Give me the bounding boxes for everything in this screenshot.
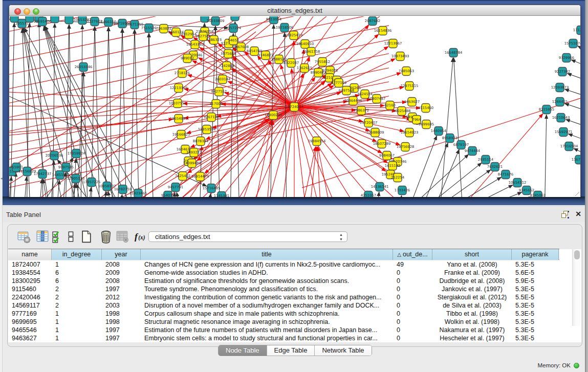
red-edge[interactable] [299, 147, 316, 197]
cell-out-de-[interactable]: 49 [393, 260, 432, 269]
network-selector-dropdown[interactable]: citations_edges.txt ▲▼ [148, 231, 347, 242]
network-view-window[interactable]: citations_edges.txt 12055712206914061065… [9, 5, 581, 197]
column-header-out-de-[interactable]: △out_de... [393, 249, 432, 260]
window-titlebar[interactable]: citations_edges.txt [9, 5, 580, 16]
graph-node[interactable]: 7357224 [226, 24, 241, 33]
black-edge[interactable] [418, 170, 491, 197]
cell-short[interactable]: Stergiakouli et al. (2012) [432, 293, 512, 301]
cell-year[interactable]: 1997 [102, 285, 141, 293]
graph-node[interactable]: 7485063 [399, 67, 414, 76]
cell-pagerank[interactable]: 5.5E-5 [512, 293, 559, 301]
column-header-in-degree[interactable]: in_degree [52, 249, 102, 260]
cell-name[interactable]: 9699695 [8, 318, 52, 326]
graph-node[interactable]: 19756928 [397, 143, 415, 151]
black-edge[interactable] [135, 30, 139, 197]
red-edge[interactable] [318, 147, 333, 197]
new-document-icon[interactable] [80, 230, 94, 244]
black-edge[interactable] [215, 26, 220, 197]
cell-out-de-[interactable]: 0 [393, 269, 432, 277]
cell-title[interactable]: Structural magnetic resonance image aver… [141, 318, 393, 326]
cell-pagerank[interactable]: 5.3E-5 [512, 334, 559, 342]
cell-name[interactable]: 9465546 [8, 326, 52, 334]
graph-node[interactable] [231, 16, 239, 21]
cell-title[interactable]: Genome-wide association studies in ADHD. [141, 269, 393, 277]
graph-node[interactable]: 3267130 [204, 113, 219, 122]
cell-name[interactable]: 22420046 [8, 293, 52, 301]
black-edge[interactable] [103, 191, 106, 197]
graph-node[interactable] [51, 16, 59, 23]
red-edge[interactable] [9, 91, 294, 107]
cell-name[interactable]: 9115460 [8, 285, 52, 293]
cell-in-degree[interactable]: 1 [52, 334, 102, 342]
cell-title[interactable]: Estimation of the future numbers of pati… [141, 326, 393, 334]
graph-node[interactable]: 12213369 [170, 84, 188, 93]
table-row[interactable]: 946362711997Embryonic stem cells: a mode… [8, 334, 581, 342]
cell-year[interactable]: 2008 [102, 260, 141, 269]
black-edge[interactable] [145, 33, 149, 197]
graph-node[interactable]: 14136141 [371, 183, 389, 191]
black-edge[interactable] [149, 33, 154, 197]
cell-pagerank[interactable]: 5.3E-5 [512, 318, 559, 326]
checkboxes-icon[interactable] [51, 230, 65, 244]
cell-title[interactable]: Disruption of a novel member of a sodium… [141, 301, 393, 310]
cell-title[interactable]: Tourette syndrome. Phenomenology and cla… [141, 285, 393, 293]
graph-node[interactable]: 16210643 [552, 114, 570, 122]
table-row[interactable]: 2242004622012Investigating the contribut… [8, 293, 581, 301]
graph-node[interactable]: 2603144 [215, 75, 230, 84]
table-vertical-scrollbar[interactable] [572, 249, 581, 326]
cell-name[interactable]: 19384554 [8, 269, 52, 277]
window-resize-grip[interactable] [575, 192, 579, 196]
cell-out-de-[interactable]: 0 [393, 277, 432, 285]
tab-network-table[interactable]: Network Table [315, 345, 371, 356]
cell-year[interactable]: 2009 [102, 269, 141, 277]
cell-year[interactable]: 2008 [102, 277, 141, 285]
graph-node[interactable]: 954072 [161, 191, 175, 198]
tab-edge-table[interactable]: Edge Table [267, 345, 315, 356]
cell-out-de-[interactable]: 0 [393, 334, 432, 342]
cell-in-degree[interactable]: 2 [52, 285, 102, 293]
graph-node[interactable]: 9329966 [559, 54, 574, 62]
cell-out-de-[interactable]: 0 [393, 310, 432, 318]
graph-node[interactable]: 8958923 [442, 134, 458, 143]
black-edge[interactable] [450, 192, 522, 197]
cell-title[interactable]: Estimation of significance thresholds fo… [141, 277, 393, 285]
graph-node[interactable]: 1440954 [431, 127, 446, 136]
black-edge[interactable] [566, 119, 581, 129]
graph-node[interactable]: 15751074 [564, 39, 580, 48]
cell-short[interactable]: Yano et al. (2008) [432, 260, 512, 269]
table-row[interactable]: 946554611997Estimation of the future num… [8, 326, 581, 334]
column-header-pagerank[interactable]: pagerank [512, 249, 559, 260]
table-row[interactable]: 977716911998Corpus callosum shape and si… [8, 310, 581, 318]
graph-node[interactable]: 2935114 [478, 156, 493, 164]
cell-name[interactable]: 18724007 [8, 260, 52, 269]
cell-in-degree[interactable]: 6 [52, 269, 102, 277]
cell-year[interactable]: 1998 [102, 318, 141, 326]
close-panel-icon[interactable]: ✕ [575, 210, 581, 218]
graph-node[interactable]: 15692971 [555, 128, 573, 137]
cell-short[interactable]: Tibbo et al. (1998) [432, 310, 512, 318]
graph-node[interactable]: 12353594 [198, 125, 216, 134]
column-header-year[interactable]: year [102, 249, 141, 260]
column-header-title[interactable]: title [141, 249, 393, 260]
cell-year[interactable]: 1997 [102, 334, 141, 342]
table-row[interactable]: 969969511998Structural magnetic resonanc… [8, 318, 581, 326]
cell-in-degree[interactable]: 6 [52, 277, 102, 285]
black-edge[interactable] [429, 177, 502, 197]
cell-pagerank[interactable]: 5.3E-5 [512, 301, 559, 310]
graph-node[interactable]: 9463627 [404, 98, 420, 106]
graph-node[interactable]: 6879197 [453, 141, 469, 149]
cell-out-de-[interactable]: 0 [393, 326, 432, 334]
graph-node[interactable]: 13325419 [285, 31, 303, 40]
graph-node[interactable]: 17359924 [68, 149, 85, 158]
black-edge[interactable] [398, 195, 402, 197]
table-row[interactable]: 1872400712008Changes of HCN gene express… [8, 260, 581, 269]
cell-title[interactable]: Embryonic stem cells: a model to study s… [141, 334, 393, 342]
cell-name[interactable]: 9463627 [8, 334, 52, 342]
cell-year[interactable]: 1998 [102, 310, 141, 318]
cell-title[interactable]: Corpus callosum shape and size in male p… [141, 310, 393, 318]
black-edge[interactable] [38, 179, 42, 197]
red-edge[interactable] [9, 107, 294, 121]
graph-node[interactable]: 1733426 [395, 186, 410, 195]
cell-out-de-[interactable]: 0 [393, 318, 432, 326]
black-edge[interactable] [567, 73, 580, 83]
